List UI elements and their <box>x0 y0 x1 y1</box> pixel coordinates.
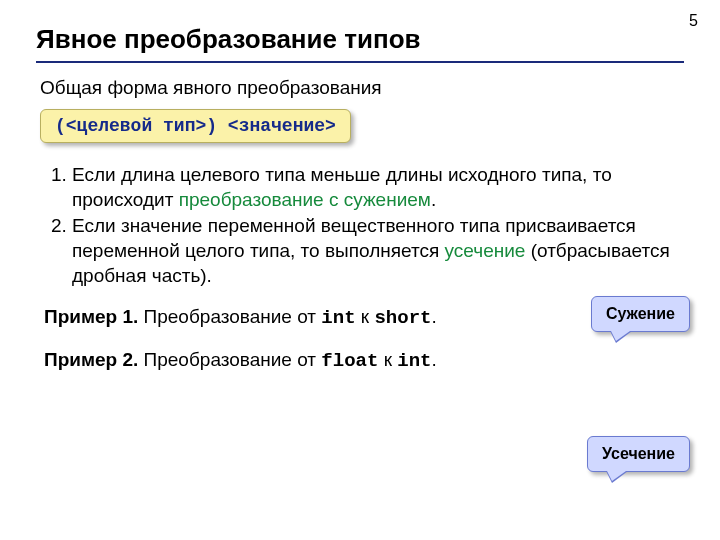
rule-text: . <box>431 189 436 210</box>
rule-highlight: усечение <box>445 240 526 261</box>
syntax-target-type: <целевой тип> <box>66 116 206 136</box>
example-2: Пример 2. Преобразование от float к int. <box>44 349 684 372</box>
syntax-box: (<целевой тип>) <значение> <box>40 109 351 143</box>
syntax-rparen: ) <box>206 116 228 136</box>
example-text: Преобразование от <box>138 349 321 370</box>
callout-narrowing: Сужение <box>591 296 690 332</box>
example-text: . <box>431 349 436 370</box>
rule-highlight: преобразование с сужением <box>179 189 431 210</box>
callout-tail-icon <box>611 331 630 341</box>
rules-list: Если длина целевого типа меньше длины ис… <box>36 163 684 288</box>
callout-label: Сужение <box>606 305 675 322</box>
type-literal: float <box>321 350 378 372</box>
example-text: к <box>356 306 375 327</box>
type-literal: int <box>321 307 355 329</box>
syntax-value: <значение> <box>228 116 336 136</box>
example-text: к <box>378 349 397 370</box>
type-literal: int <box>397 350 431 372</box>
example-label: Пример 2. <box>44 349 138 370</box>
page-number: 5 <box>689 12 698 30</box>
intro-text: Общая форма явного преобразования <box>40 77 684 99</box>
callout-truncation: Усечение <box>587 436 690 472</box>
rule-item: Если значение переменной вещественного т… <box>72 214 684 288</box>
examples-block: Пример 1. Преобразование от int к short.… <box>44 306 684 372</box>
callout-tail-icon <box>607 471 626 481</box>
type-literal: short <box>374 307 431 329</box>
rule-item: Если длина целевого типа меньше длины ис… <box>72 163 684 212</box>
example-1: Пример 1. Преобразование от int к short. <box>44 306 684 329</box>
example-text: Преобразование от <box>138 306 321 327</box>
example-text: . <box>431 306 436 327</box>
callout-label: Усечение <box>602 445 675 462</box>
page-title: Явное преобразование типов <box>36 24 684 63</box>
example-label: Пример 1. <box>44 306 138 327</box>
syntax-lparen: ( <box>55 116 66 136</box>
